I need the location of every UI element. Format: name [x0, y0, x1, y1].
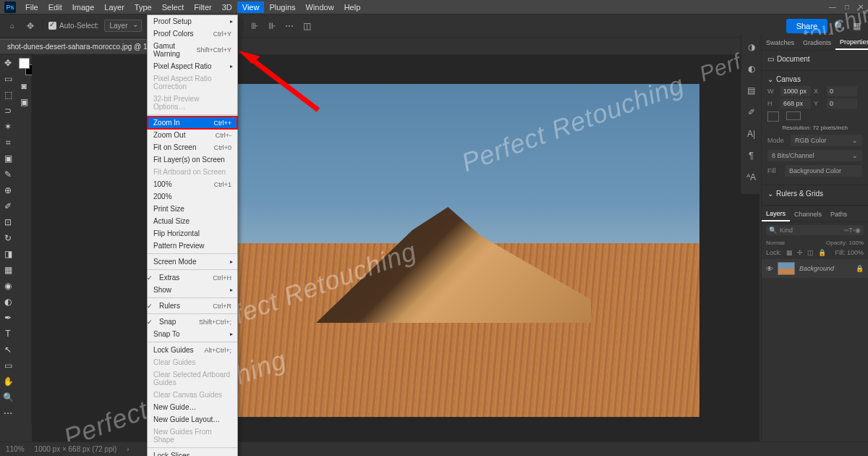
- chevron-down-icon[interactable]: ⌄: [767, 75, 773, 83]
- menu-item-flip-horizontal[interactable]: Flip Horizontal: [148, 227, 237, 240]
- zoom-tool[interactable]: 🔍: [0, 389, 16, 405]
- width-field[interactable]: 1000 px: [780, 86, 811, 96]
- tab-layers[interactable]: Layers: [762, 207, 790, 221]
- chevron-down-icon[interactable]: ⌄: [767, 190, 773, 198]
- menu-item-pattern-preview[interactable]: Pattern Preview: [148, 240, 237, 252]
- menu-item-screen-mode[interactable]: Screen Mode: [148, 256, 237, 268]
- artboard-tool[interactable]: ▭: [0, 71, 16, 87]
- menu-item-fit-on-screen[interactable]: Fit on ScreenCtrl+0: [148, 141, 237, 153]
- menu-item-200-[interactable]: 200%: [148, 190, 237, 203]
- shape-tool[interactable]: ▭: [0, 358, 16, 373]
- menu-item-new-guide-[interactable]: New Guide…: [148, 401, 237, 413]
- dodge-tool[interactable]: ◐: [0, 294, 16, 310]
- menu-item-snap[interactable]: ✓SnapShift+Ctrl+;: [148, 316, 237, 328]
- menu-item-zoom-out[interactable]: Zoom OutCtrl+-: [148, 129, 237, 141]
- auto-select-checkbox[interactable]: Auto-Select:: [48, 22, 98, 30]
- menu-item-print-size[interactable]: Print Size: [148, 203, 237, 215]
- tab-properties[interactable]: Properties: [835, 35, 868, 50]
- menu-item-show[interactable]: Show: [148, 284, 237, 296]
- blur-tool[interactable]: ◉: [0, 278, 16, 294]
- menu-window[interactable]: Window: [301, 1, 339, 13]
- 3d-mode-icon[interactable]: ◫: [301, 20, 312, 32]
- menu-item-lock-slices[interactable]: Lock Slices: [148, 449, 237, 456]
- tab-channels[interactable]: Channels: [790, 208, 826, 221]
- menu-item-proof-colors[interactable]: Proof ColorsCtrl+Y: [148, 28, 237, 40]
- menu-item-fit-layer-s-on-screen[interactable]: Fit Layer(s) on Screen: [148, 153, 237, 166]
- menu-3d[interactable]: 3D: [217, 1, 237, 13]
- menu-edit[interactable]: Edit: [43, 1, 67, 13]
- height-field[interactable]: 668 px: [780, 98, 811, 109]
- pen-tool[interactable]: ✒: [0, 310, 16, 326]
- gradient-tool[interactable]: ▦: [0, 262, 16, 278]
- stamp-tool[interactable]: ⊡: [0, 214, 16, 230]
- chevron-right-icon[interactable]: ›: [127, 445, 129, 453]
- menu-item-new-guide-layout-[interactable]: New Guide Layout…: [148, 413, 237, 426]
- menu-file[interactable]: File: [20, 1, 43, 13]
- menu-item-rulers[interactable]: ✓RulersCtrl+R: [148, 300, 237, 312]
- quick-mask-icon[interactable]: ◙: [16, 78, 32, 94]
- distribute-icon[interactable]: ⊪: [249, 20, 260, 32]
- x-field[interactable]: 0: [827, 86, 857, 96]
- lock-pixels-icon[interactable]: ◫: [807, 249, 814, 256]
- tab-paths[interactable]: Paths: [826, 208, 851, 221]
- move-tool[interactable]: ✥: [0, 55, 16, 71]
- healing-tool[interactable]: ⊕: [0, 182, 16, 198]
- fill-dropdown[interactable]: Background Color: [785, 165, 862, 177]
- hand-tool[interactable]: ✋: [0, 373, 16, 389]
- menu-item-snap-to[interactable]: Snap To: [148, 328, 237, 340]
- layer-item[interactable]: 👁 Background 🔒: [762, 259, 868, 278]
- menu-layer[interactable]: Layer: [99, 1, 129, 13]
- quick-select-tool[interactable]: ✶: [0, 119, 16, 135]
- tab-swatches[interactable]: Swatches: [762, 36, 799, 49]
- menu-type[interactable]: Type: [129, 1, 157, 13]
- text-panel-icon[interactable]: A|: [747, 129, 755, 139]
- menu-select[interactable]: Select: [157, 1, 190, 13]
- brush-tool[interactable]: ✐: [0, 198, 16, 214]
- lock-all-icon[interactable]: ▦: [786, 249, 793, 256]
- paragraph-panel-icon[interactable]: ¶: [749, 151, 753, 161]
- zoom-level[interactable]: 110%: [6, 445, 25, 453]
- menu-view[interactable]: View: [237, 1, 265, 13]
- visibility-icon[interactable]: 👁: [766, 265, 773, 273]
- menu-item-gamut-warning[interactable]: Gamut WarningShift+Ctrl+Y: [148, 40, 237, 60]
- menu-item-100-[interactable]: 100%Ctrl+1: [148, 178, 237, 190]
- minimize-icon[interactable]: —: [829, 3, 836, 11]
- edit-toolbar[interactable]: ⋯: [0, 405, 16, 421]
- eraser-tool[interactable]: ◨: [0, 246, 16, 262]
- screen-mode-icon[interactable]: ▣: [16, 94, 32, 110]
- color-panel-icon[interactable]: ◑: [748, 42, 755, 52]
- menu-item-actual-size[interactable]: Actual Size: [148, 215, 237, 227]
- menu-item-proof-setup[interactable]: Proof Setup: [148, 15, 237, 28]
- frame-tool[interactable]: ▣: [0, 151, 16, 166]
- menu-plugins[interactable]: Plugins: [264, 1, 300, 13]
- fill-field[interactable]: 100%: [847, 249, 864, 256]
- libraries-panel-icon[interactable]: ▤: [747, 85, 755, 96]
- more-icon[interactable]: ⋯: [284, 20, 295, 32]
- brush-panel-icon[interactable]: ✐: [748, 107, 755, 117]
- eyedropper-tool[interactable]: ✎: [0, 166, 16, 182]
- lasso-tool[interactable]: ⊃: [0, 103, 16, 119]
- layer-dropdown[interactable]: Layer: [104, 20, 141, 32]
- menu-image[interactable]: Image: [67, 1, 100, 13]
- color-mode-dropdown[interactable]: RGB Color⌄: [791, 135, 862, 146]
- y-field[interactable]: 0: [827, 98, 857, 109]
- home-icon[interactable]: ⌂: [6, 20, 19, 33]
- menu-filter[interactable]: Filter: [189, 1, 216, 13]
- blend-mode-dropdown[interactable]: Normal: [766, 240, 785, 246]
- menu-item-lock-guides[interactable]: Lock GuidesAlt+Ctrl+;: [148, 344, 237, 356]
- menu-item-zoom-in[interactable]: Zoom InCtrl++: [148, 117, 237, 129]
- tab-gradients[interactable]: Gradients: [799, 36, 835, 49]
- crop-tool[interactable]: ⌗: [0, 135, 16, 151]
- adjustments-panel-icon[interactable]: ◐: [748, 64, 755, 74]
- orientation-portrait-icon[interactable]: [767, 111, 779, 122]
- menu-help[interactable]: Help: [339, 1, 366, 13]
- orientation-landscape-icon[interactable]: [786, 111, 801, 120]
- menu-item-extras[interactable]: ✓ExtrasCtrl+H: [148, 271, 237, 284]
- layer-filter[interactable]: 🔍Kind▫▫T▫◉: [766, 225, 864, 235]
- glyphs-panel-icon[interactable]: ᴬA: [746, 172, 756, 182]
- menu-item-pixel-aspect-ratio[interactable]: Pixel Aspect Ratio: [148, 60, 237, 72]
- lock-position-icon[interactable]: ✢: [797, 249, 803, 256]
- opacity-field[interactable]: 100%: [849, 240, 864, 246]
- history-brush-tool[interactable]: ↻: [0, 230, 16, 246]
- lock-icon[interactable]: 🔒: [818, 249, 826, 256]
